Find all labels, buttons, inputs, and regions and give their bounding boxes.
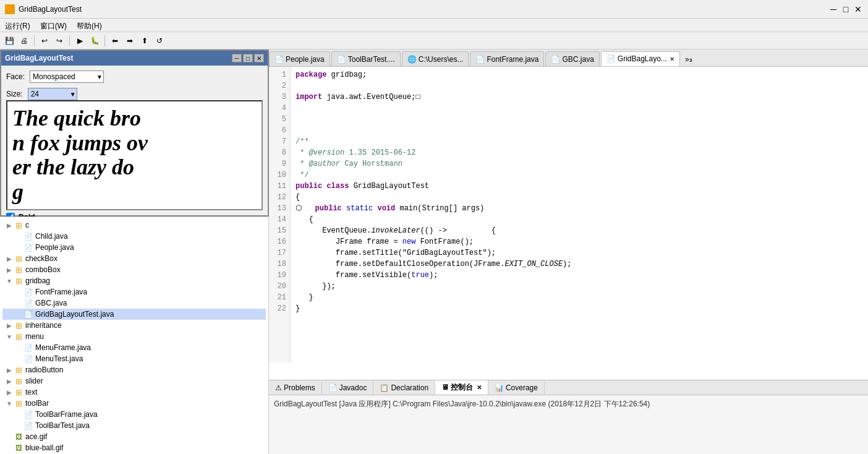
tree-item[interactable]: 📄People.java: [2, 242, 266, 253]
tree-label: GBC.java: [35, 299, 67, 307]
toolbar-btn-5[interactable]: ⬅: [108, 34, 122, 48]
line-number: 11: [269, 181, 286, 192]
tree-toggle[interactable]: ▼: [5, 278, 14, 285]
tree-toggle[interactable]: ▶: [5, 255, 14, 262]
code-line: import java.awt.EventQueue;□: [296, 92, 863, 103]
menu-bar: 运行(R) 窗口(W) 帮助(H): [0, 19, 868, 32]
tree-icon: ⊞: [14, 276, 23, 285]
tree-item[interactable]: 📄GridBagLayoutTest.java: [2, 309, 266, 320]
editor-tab[interactable]: 📄GBC.java: [545, 51, 599, 66]
toolbar-btn-1[interactable]: 💾: [2, 34, 16, 48]
line-number: 19: [269, 270, 286, 281]
maximize-button[interactable]: □: [841, 4, 851, 14]
bottom-tab-icon: 📋: [380, 383, 389, 392]
line-number: 4: [269, 103, 286, 114]
bottom-tab[interactable]: ⚠Problems: [269, 382, 322, 394]
editor-scroll: 12345678910111213141516171819202122 pack…: [269, 67, 868, 362]
editor-tab[interactable]: 📄ToolBarTest....: [331, 51, 401, 66]
line-number: 7: [269, 136, 286, 147]
title-bar: 🔶 GridBagLayoutTest ─ □ ✕: [0, 0, 868, 19]
tree-icon: 📄: [23, 410, 33, 419]
tree-toggle[interactable]: ▼: [5, 400, 14, 407]
tree-item[interactable]: 📄FontFrame.java: [2, 286, 266, 298]
toolbar-btn-7[interactable]: ⬆: [138, 34, 151, 48]
tree-icon: 📄: [23, 243, 33, 252]
tree-toggle[interactable]: ▶: [5, 389, 14, 396]
tree-toggle[interactable]: ▶: [5, 222, 14, 229]
tree-toggle[interactable]: ▶: [5, 378, 14, 385]
menu-run[interactable]: 运行(R): [0, 20, 35, 30]
tree-item[interactable]: 📄ToolBarFrame.java: [2, 409, 266, 420]
tree-item[interactable]: ▶⊞slider: [2, 375, 266, 387]
tree-icon: ⊞: [14, 265, 23, 274]
minimize-button[interactable]: ─: [828, 4, 838, 14]
tree-label: GridBagLayoutTest.java: [35, 310, 114, 319]
bottom-tab[interactable]: 🖥控制台 ✕: [435, 380, 488, 395]
editor-tab[interactable]: 📄GridBagLayo...✕: [601, 51, 680, 66]
tree-toggle[interactable]: ▶: [5, 267, 14, 273]
tree-item[interactable]: ▼⊞toolBar: [2, 398, 266, 409]
toolbar-btn-2[interactable]: 🖨: [17, 34, 31, 48]
code-line: public class GridBagLayoutTest: [296, 181, 863, 192]
tree-item[interactable]: 📄ToolBarTest.java: [2, 420, 266, 431]
face-select[interactable]: Monospaced Arial Times New Roman: [30, 71, 104, 83]
tree-item[interactable]: 📄Child.java: [2, 231, 266, 242]
tree-item[interactable]: ▶⊞checkBox: [2, 253, 266, 264]
toolbar-debug[interactable]: 🐛: [88, 34, 101, 48]
menu-window[interactable]: 窗口(W): [35, 20, 72, 30]
tree-item[interactable]: ▶⊞c: [2, 220, 266, 231]
toolbar-run[interactable]: ▶: [73, 34, 87, 48]
font-dialog-maximize[interactable]: □: [243, 54, 253, 62]
size-input[interactable]: [28, 88, 77, 100]
tree-item[interactable]: ▶⊞text: [2, 387, 266, 398]
editor-tab[interactable]: 🌐C:\Users\es...: [402, 51, 469, 66]
editor-tab[interactable]: 📄People.java: [269, 51, 330, 66]
code-line: package gridbag;: [296, 69, 863, 80]
tree-item[interactable]: 📄MenuFrame.java: [2, 342, 266, 353]
tree-label: MenuTest.java: [35, 354, 83, 363]
font-dialog-btns: ─ □ ✕: [232, 54, 264, 62]
tree-item[interactable]: ▶⊞radioButton: [2, 364, 266, 375]
bottom-tab-close-button[interactable]: ✕: [475, 384, 482, 391]
left-panel: GridBagLayoutTest ─ □ ✕ Face: Monospaced…: [0, 49, 269, 454]
line-number: 2: [269, 80, 286, 92]
bottom-tab-label: Declaration: [391, 383, 428, 392]
toolbar-btn-4[interactable]: ↪: [53, 34, 66, 48]
toolbar-btn-3[interactable]: ↩: [38, 34, 51, 48]
toolbar-btn-6[interactable]: ➡: [123, 34, 137, 48]
tree-item[interactable]: 📄MenuTest.java: [2, 353, 266, 364]
tree-item[interactable]: 🖼blue-ball.gif: [2, 442, 266, 453]
line-number: 6: [269, 125, 286, 136]
code-content[interactable]: package gridbag; import java.awt.EventQu…: [291, 67, 868, 362]
menu-help[interactable]: 帮助(H): [72, 20, 107, 30]
toolbar-sep-2: [69, 35, 70, 46]
line-number: 21: [269, 292, 286, 303]
line-number: 5: [269, 114, 286, 125]
tree-toggle[interactable]: ▶: [5, 322, 14, 329]
bottom-tab[interactable]: 📊Coverage: [488, 382, 545, 394]
code-line: JFrame frame = new FontFrame();: [296, 236, 863, 247]
close-button[interactable]: ✕: [853, 4, 863, 14]
line-number: 22: [269, 303, 286, 314]
tree-item[interactable]: ▶⊞comboBox: [2, 264, 266, 275]
tab-overflow-button[interactable]: »₃: [681, 53, 696, 66]
app-icon: 🔶: [5, 4, 15, 14]
font-dialog-minimize[interactable]: ─: [232, 54, 242, 62]
bottom-tab[interactable]: 📄Javadoc: [322, 382, 374, 394]
tree-icon: ⊞: [14, 366, 23, 374]
bottom-tab[interactable]: 📋Declaration: [373, 382, 435, 394]
tree-item[interactable]: ▼⊞menu: [2, 331, 266, 342]
font-preview: The quick bron fox jumps over the lazy d…: [6, 100, 263, 210]
toolbar-btn-8[interactable]: ↺: [153, 34, 166, 48]
tree-item[interactable]: ▼⊞gridbag: [2, 275, 266, 286]
editor-tab[interactable]: 📄FontFrame.java: [470, 51, 544, 66]
tree-toggle[interactable]: ▶: [5, 367, 14, 374]
tree-toggle[interactable]: ▼: [5, 333, 14, 340]
tab-close-button[interactable]: ✕: [670, 56, 674, 62]
tree-item[interactable]: 📄GBC.java: [2, 298, 266, 309]
size-input-wrapper: ▼: [28, 88, 77, 100]
tree-item[interactable]: 🖼ace.gif: [2, 431, 266, 442]
font-dialog-close[interactable]: ✕: [254, 54, 264, 62]
tree-label: blue-ball.gif: [25, 443, 63, 452]
tree-item[interactable]: ▶⊞inheritance: [2, 320, 266, 331]
